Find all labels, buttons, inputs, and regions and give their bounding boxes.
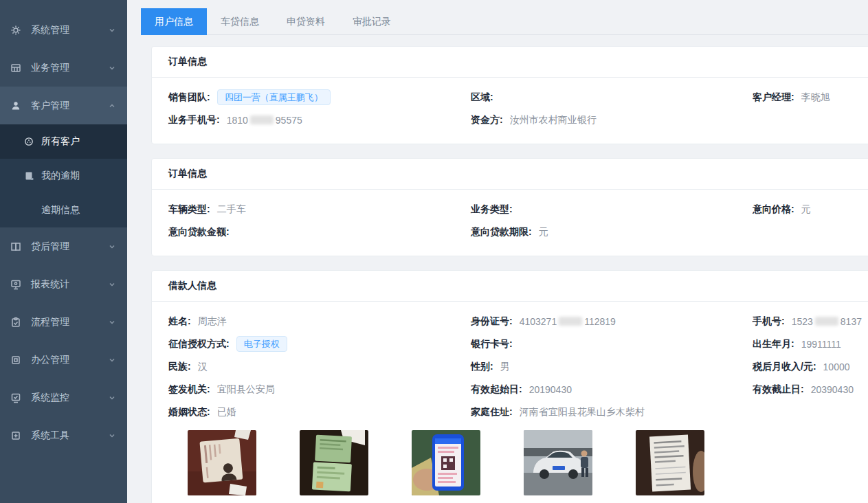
- chevron-up-icon: [108, 102, 116, 110]
- customer-mgmt-submenu: 所有客户 我的逾期 逾期信息: [0, 124, 127, 227]
- card-title: 订单信息: [152, 159, 868, 190]
- field-home-address: 家庭住址: 河南省宜阳县花果山乡木柴村: [471, 406, 753, 418]
- chevron-down-icon: [108, 243, 116, 251]
- field-business-type: 业务类型:: [471, 203, 753, 216]
- sidebar-item-business-mgmt[interactable]: 业务管理: [0, 49, 127, 87]
- field-value: 181095575: [227, 115, 302, 126]
- credit-auth-tag: 电子授权: [236, 336, 287, 353]
- tab-approval-records[interactable]: 审批记录: [339, 8, 405, 35]
- app-window: 系统管理 业务管理 客户管理 所有客户: [0, 0, 868, 503]
- field-label: 业务类型:: [471, 203, 513, 216]
- grid-icon: [10, 62, 22, 74]
- content: 订单信息 销售团队: 四团一营（直属王鹏飞） 区域: 客户经理:: [127, 35, 868, 503]
- field-value: 李晓旭: [801, 91, 830, 104]
- field-business-phone: 业务手机号: 181095575: [168, 114, 471, 126]
- sidebar-item-system-tools[interactable]: 系统工具: [0, 416, 127, 454]
- sidebar-item-label: 流程管理: [31, 316, 69, 328]
- my-overdue-icon: [23, 170, 34, 181]
- sidebar-item-label: 系统管理: [31, 24, 69, 36]
- user-icon: [10, 100, 22, 112]
- field-valid-from: 有效起始日: 20190430: [471, 383, 753, 396]
- borrower-info-card: 借款人信息 姓名: 周志洋 身份证号: 4103271112819 手机号:: [151, 270, 868, 503]
- card-title: 订单信息: [152, 47, 868, 78]
- sidebar-item-my-overdue[interactable]: 我的逾期: [0, 159, 127, 193]
- field-label: 客户经理:: [753, 91, 794, 104]
- sidebar-item-report-stats[interactable]: 报表统计: [0, 265, 127, 303]
- sales-team-tag: 四团一营（直属王鹏飞）: [217, 89, 331, 106]
- field-label: 意向贷款期限:: [471, 226, 532, 238]
- sidebar-item-postloan-mgmt[interactable]: 贷后管理: [0, 227, 127, 265]
- chevron-down-icon: [108, 64, 116, 72]
- blurred-digits: [559, 317, 582, 326]
- photo-document[interactable]: [636, 430, 704, 495]
- sidebar-item-system-monitor[interactable]: 系统监控: [0, 379, 127, 416]
- blurred-digits: [815, 317, 838, 326]
- field-label: 意向贷款金额:: [168, 226, 230, 238]
- field-value: 元: [801, 203, 811, 216]
- field-gender: 性别: 男: [471, 361, 753, 373]
- field-label: 资金方:: [471, 114, 503, 126]
- tab-bar: 用户信息 车贷信息 申贷资料 审批记录: [141, 8, 868, 35]
- sidebar-item-label: 逾期信息: [41, 204, 80, 216]
- chevron-down-icon: [108, 356, 116, 364]
- field-bank-card: 银行卡号:: [471, 338, 753, 350]
- sidebar-item-label: 报表统计: [31, 278, 69, 291]
- field-label: 车辆类型:: [168, 203, 210, 216]
- field-birth-date: 出生年月: 19911111: [753, 338, 868, 350]
- field-marital-status: 婚姻状态: 已婚: [168, 406, 471, 418]
- chevron-down-icon: [108, 432, 116, 440]
- field-label: 区域:: [471, 91, 493, 104]
- field-valid-to: 有效截止日: 20390430: [753, 383, 868, 396]
- sidebar-item-label: 系统工具: [31, 429, 69, 442]
- field-id-number: 身份证号: 4103271112819: [471, 315, 753, 328]
- photo-item: 征信授权: [412, 430, 480, 503]
- field-monthly-income: 税后月收入/元: 10000: [753, 361, 868, 373]
- field-sales-team: 销售团队: 四团一营（直属王鹏飞）: [168, 89, 471, 106]
- monitor-check-icon: [10, 392, 22, 404]
- chevron-down-icon: [108, 280, 116, 289]
- photo-item: 绿本照片: [300, 430, 368, 503]
- field-intent-loan-amount: 意向贷款金额:: [168, 226, 471, 238]
- monitor-icon: [10, 278, 22, 291]
- plus-square-icon: [10, 429, 22, 442]
- chevron-down-icon: [108, 318, 116, 326]
- sidebar-item-label: 贷后管理: [31, 241, 69, 253]
- field-label: 意向价格:: [753, 203, 794, 216]
- clipboard-icon: [10, 316, 22, 328]
- photo-green-book[interactable]: [300, 430, 368, 495]
- sidebar-item-label: 业务管理: [31, 62, 69, 74]
- sidebar-item-process-mgmt[interactable]: 流程管理: [0, 303, 127, 341]
- tab-car-loan-info[interactable]: 车贷信息: [207, 8, 273, 35]
- field-issuing-authority: 签发机关: 宜阳县公安局: [168, 383, 471, 396]
- field-account-manager: 客户经理: 李晓旭: [753, 91, 868, 104]
- blurred-digits: [250, 115, 274, 124]
- field-label: 业务手机号:: [168, 114, 220, 126]
- field-vehicle-type: 车辆类型: 二手车: [168, 203, 471, 216]
- sidebar-item-customer-mgmt[interactable]: 客户管理: [0, 87, 127, 124]
- photo-phone-qr[interactable]: [412, 430, 480, 495]
- chevron-down-icon: [108, 26, 116, 34]
- photo-item: 其他资料: [636, 430, 704, 503]
- photo-id-card[interactable]: [188, 430, 256, 495]
- field-value: 元: [539, 226, 548, 238]
- sidebar-item-all-customers[interactable]: 所有客户: [0, 124, 127, 159]
- chevron-down-icon: [108, 394, 116, 402]
- field-intent-loan-term: 意向贷款期限: 元: [471, 226, 753, 238]
- sidebar-item-label: 客户管理: [31, 100, 69, 112]
- sidebar-item-system-mgmt[interactable]: 系统管理: [0, 11, 127, 49]
- card-title: 借款人信息: [152, 271, 868, 302]
- photo-person-car[interactable]: [524, 430, 592, 495]
- tab-loan-application-docs[interactable]: 申贷资料: [273, 8, 339, 35]
- field-name: 姓名: 周志洋: [168, 315, 471, 328]
- field-label: 销售团队:: [168, 91, 210, 104]
- tab-user-info[interactable]: 用户信息: [141, 8, 207, 35]
- sidebar-item-label: 我的逾期: [41, 170, 80, 182]
- gear-icon: [10, 24, 22, 36]
- all-customers-icon: [23, 136, 34, 147]
- sidebar-item-overdue-info[interactable]: 逾期信息: [0, 193, 127, 227]
- sidebar-item-office-mgmt[interactable]: 办公管理: [0, 341, 127, 379]
- sidebar-item-label: 办公管理: [31, 354, 69, 366]
- photo-item: 身份证: [188, 430, 256, 503]
- sidebar-item-label: 所有客户: [41, 135, 80, 148]
- photo-item: 人车合影: [524, 430, 592, 503]
